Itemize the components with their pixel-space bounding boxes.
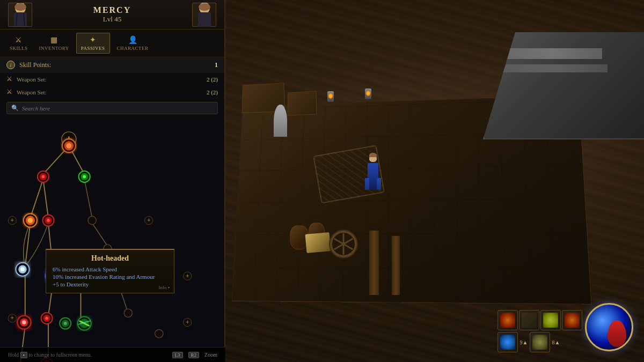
mechanical-structure [483,32,644,139]
l3-key: L3 [172,352,183,358]
svg-point-30 [67,143,72,149]
passives-panel: MERCY Lvl 45 ⚔ Skills ▦ Inventory ✦ Pass… [0,0,225,362]
skill-slot-3[interactable] [540,310,561,330]
tab-skills[interactable]: ⚔ Skills [5,33,32,53]
tab-passives-label: Passives [81,46,105,51]
search-icon: 🔍 [11,105,19,112]
skill-points-label: Skill Points: [19,61,210,69]
nav-tabs: ⚔ Skills ▦ Inventory ✦ Passives 👤 Charac… [0,29,224,57]
weapon-set-label-2: Weapon Set: [17,89,202,95]
svg-point-2 [14,3,26,11]
weapon-icon-1: ⚔ [6,75,12,83]
char-name-block: MERCY Lvl 45 [32,5,192,24]
weapon-set-label-1: Weapon Set: [17,76,202,83]
svg-point-60 [22,320,26,324]
compass-orb [585,303,633,351]
passives-icon: ✦ [90,35,96,45]
book-item [305,232,331,253]
tooltip-stat-2: 10% increased Evasion Rating and Armour [53,274,167,280]
character-header: MERCY Lvl 45 [0,0,224,29]
weapon-set-row-2: ⚔ Weapon Set: 2 (2) [0,86,224,99]
tab-inventory[interactable]: ▦ Inventory [35,33,74,53]
skill-slot-1[interactable] [497,310,518,330]
search-input[interactable]: Search here [22,105,50,112]
svg-text:+: + [11,315,14,321]
char-name: MERCY [32,5,192,15]
crate [287,91,317,116]
svg-line-11 [43,179,48,218]
weapon-set-value-1: 2 (2) [207,76,218,83]
node-tooltip: Hot-headed 6% increased Attack Speed 10%… [46,249,174,293]
svg-line-10 [30,179,43,218]
passive-tree: + + + + + + + Hot-headed 6% increased At… [0,117,225,362]
char-portrait-right [192,3,216,27]
skill-slot-4[interactable] [562,310,582,330]
skill-points-value: 1 [215,61,218,69]
dock-post [369,231,379,295]
svg-point-33 [42,175,45,179]
skill-bar: 9▲ 8▲ [497,310,582,352]
lantern [327,91,334,102]
svg-point-76 [88,216,96,224]
char-portrait-left [8,3,32,27]
svg-point-63 [45,317,48,320]
svg-text:+: + [11,217,14,224]
skill-ammo-count: 9▲ [519,339,529,345]
weapon-set-row-1: ⚔ Weapon Set: 2 (2) [0,73,224,86]
svg-point-36 [83,175,86,179]
search-bar[interactable]: 🔍 Search here [6,102,218,114]
hold-key-badge: ▪ [20,352,27,358]
svg-text:+: + [186,319,189,326]
tooltip-info: Info ▪ [159,285,170,290]
svg-point-66 [64,322,67,325]
svg-text:+: + [147,217,151,224]
tab-passives[interactable]: ✦ Passives [76,33,110,54]
lantern [365,88,371,99]
player-character [365,150,381,188]
character-icon: 👤 [128,35,137,45]
svg-line-21 [84,179,92,218]
char-level: Lvl 45 [32,15,192,24]
tab-character[interactable]: 👤 Character [113,33,153,53]
svg-point-80 [155,330,163,338]
winch [330,231,357,257]
tooltip-stat-1: 6% increased Attack Speed [53,266,167,272]
svg-text:+: + [186,273,189,279]
npc-guard [274,105,287,137]
skill-slot-2[interactable] [519,310,539,330]
svg-line-22 [92,223,108,246]
svg-point-39 [28,218,33,223]
skill-ammo-count-2: 8▲ [551,339,561,345]
svg-point-7 [199,3,210,11]
bottom-controls: L3 R2 Zoom [172,352,217,358]
weapon-set-value-2: 2 (2) [207,89,218,95]
skill-slot-5[interactable] [497,332,518,352]
svg-point-46 [20,267,25,271]
tab-skills-label: Skills [10,46,28,51]
zoom-label: Zoom [204,352,217,358]
tooltip-title: Hot-headed [53,254,167,263]
tab-inventory-label: Inventory [39,46,69,51]
svg-point-79 [124,309,132,317]
svg-point-42 [47,219,50,222]
skills-icon: ⚔ [15,35,22,45]
tooltip-stat-3: +5 to Dexterity [53,281,167,287]
tab-character-label: Character [117,46,149,51]
skill-points-bar: i Skill Points: 1 [0,57,224,73]
bottom-hint: Hold ▪ to change to fullscreen menu. [8,352,92,358]
dock-post [392,236,400,295]
svg-rect-6 [198,12,211,27]
bottom-bar: Hold ▪ to change to fullscreen menu. L3 … [0,347,225,362]
inventory-icon: ▦ [50,35,57,45]
skill-row-top [497,310,582,330]
skill-slot-6[interactable] [530,332,550,352]
skill-row-bottom: 9▲ 8▲ [497,332,582,352]
r2-key: R2 [188,352,200,358]
info-icon: i [6,61,15,69]
weapon-icon-2: ⚔ [6,88,12,96]
